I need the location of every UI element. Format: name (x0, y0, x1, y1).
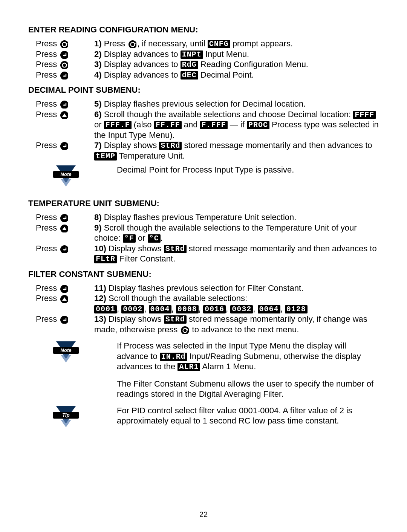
page-number: 22 (0, 510, 407, 519)
seg-alr1: ALR1 (177, 363, 200, 371)
heading-filter-constant: FILTER CONSTANT SUBMENU: (28, 269, 379, 279)
step-text: Display shows (106, 244, 164, 253)
press-label: Press (36, 70, 57, 79)
step-number: 10) (94, 244, 106, 253)
seg-f-fff: F.FFF (200, 121, 228, 129)
step-text: Scroll though the available selections a… (102, 110, 353, 119)
step-text: Filter Constant. (117, 254, 175, 263)
seg-temp: tEMP (94, 152, 117, 161)
heading-decimal-point: DECIMAL POINT SUBMENU: (28, 85, 379, 95)
step-text: Display flashes previous Temperature Uni… (102, 212, 297, 222)
press-label: Press (36, 283, 57, 293)
step-row: Press 6) Scroll though the available sel… (28, 109, 379, 141)
tip-badge-label: Tip (62, 412, 69, 418)
step-number: 2) (94, 49, 102, 59)
seg-strd: StRd (159, 142, 182, 150)
enter-icon (60, 214, 68, 222)
tip-badge-icon: Tip (51, 420, 81, 430)
press-label: Press (36, 60, 57, 69)
step-number: 5) (94, 99, 102, 109)
heading-temperature-unit: TEMPERATURE UNIT SUBMENU: (28, 199, 379, 208)
enter-icon (60, 50, 68, 59)
sep: , (199, 304, 203, 313)
step-row: Press 2) Display advances to INPt Input … (28, 49, 379, 60)
note-block: Note If Process was selected in the Inpu… (28, 341, 379, 399)
seg-0016: 0016 (203, 305, 226, 313)
note-text: Decimal Point for Process Input Type is … (117, 165, 379, 175)
up-icon (60, 295, 68, 303)
press-label: Press (36, 314, 57, 324)
press-label: Press (36, 223, 57, 232)
seg-0001: 0001 (94, 305, 117, 313)
note-text: The Filter Constant Submenu allows the u… (117, 379, 379, 399)
step-row: Press 4) Display advances to dEC Decimal… (28, 70, 379, 80)
step-text: Display advances to (102, 49, 181, 59)
step-text: Scroll though the available selections: (106, 294, 247, 303)
sep: , (253, 304, 257, 313)
step-text: to advance to the next menu. (190, 325, 299, 334)
seg-proc: PROC (247, 121, 269, 129)
step-text: Reading Configuration Menu. (198, 60, 308, 69)
sep: , (171, 304, 176, 313)
menu-icon (181, 326, 189, 334)
step-text: . (161, 233, 163, 243)
section-enter-reading-config: Press 1) Press , if necessary, until CNF… (28, 38, 379, 80)
seg-ff-ff: FF.FF (154, 121, 182, 129)
step-number: 1) (94, 39, 102, 48)
press-label: Press (36, 110, 57, 119)
up-icon (60, 111, 68, 119)
step-text: Display advances to (102, 70, 181, 79)
step-text: Input Menu. (203, 49, 249, 59)
step-text: or (136, 233, 148, 243)
step-text: stored message momentarily and then adva… (187, 244, 377, 253)
step-number: 11) (94, 283, 106, 293)
step-number: 6) (94, 110, 102, 119)
sep: , (117, 304, 121, 313)
step-number: 13) (94, 314, 106, 324)
step-row: Press 8) Display flashes previous Temper… (28, 212, 379, 223)
press-label: Press (36, 244, 57, 253)
seg-cnfg: CNFG (208, 40, 230, 48)
enter-icon (60, 284, 68, 293)
step-text: Decimal Point. (198, 70, 254, 79)
step-text: prompt appears. (230, 39, 293, 48)
step-row: Press 13) Display shows StRd stored mess… (28, 314, 379, 335)
step-row: Press 9) Scroll though the available sel… (28, 223, 379, 243)
step-number: 4) (94, 70, 102, 79)
seg-0128: 0128 (285, 305, 308, 313)
step-text: , if necessary, until (137, 39, 208, 48)
enter-icon (60, 142, 68, 150)
seg-inpt: INPt (181, 50, 203, 59)
sep: , (226, 304, 230, 313)
note-badge-label: Note (61, 347, 72, 353)
seg-degf: °F (123, 234, 136, 243)
note-badge-label: Note (61, 171, 72, 177)
seg-ffff: FFFF (353, 111, 376, 119)
press-label: Press (36, 39, 57, 48)
press-label: Press (36, 99, 57, 109)
seg-fltr: FLtR (94, 255, 117, 263)
seg-dec: dEC (181, 71, 198, 79)
menu-icon (60, 40, 68, 48)
step-row: Press 7) Display shows StRd stored messa… (28, 140, 379, 161)
step-text: Display flashes previous selection for F… (106, 283, 303, 293)
step-text: Display shows (106, 314, 164, 324)
up-icon (60, 224, 68, 232)
enter-icon (60, 315, 68, 324)
step-text: Temperature Unit. (117, 151, 185, 161)
note-badge-icon: Note (51, 356, 81, 365)
step-number: 9) (94, 223, 102, 232)
tip-text: For PID control select filter value 0001… (117, 405, 379, 426)
step-row: Press 10) Display shows StRd stored mess… (28, 243, 379, 264)
note-badge-icon: Note (51, 180, 81, 189)
step-number: 12) (94, 294, 106, 303)
step-text: Display shows (102, 141, 159, 150)
seg-rdg: RdG (181, 61, 198, 69)
seg-fff-f: FFF.F (104, 121, 132, 129)
step-row: Press 5) Display flashes previous select… (28, 99, 379, 109)
step-text: stored message momentarily and then adva… (182, 141, 372, 150)
menu-icon (60, 61, 68, 69)
menu-icon (128, 40, 136, 48)
step-row: Press 3) Display advances to RdG Reading… (28, 59, 379, 70)
press-label: Press (36, 49, 57, 59)
